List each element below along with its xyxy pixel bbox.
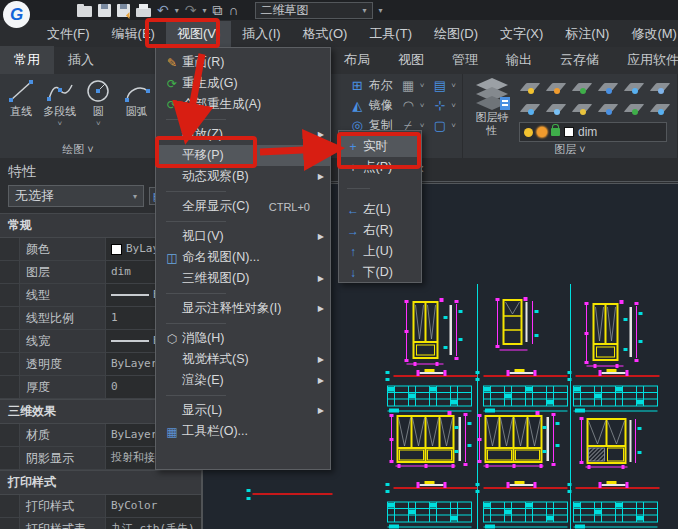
menu-bar-item[interactable]: 修改(M): [620, 21, 678, 47]
menu-bar-item[interactable]: 工具(T): [358, 21, 423, 47]
menu-item[interactable]: 动态观察(B) ▶: [156, 166, 330, 187]
menu-bar-item[interactable]: 格式(O): [292, 21, 359, 47]
menu-item[interactable]: 全屏显示(C) CTRL+0: [156, 196, 330, 217]
new-file-icon[interactable]: [55, 3, 71, 17]
submenu-arrow-icon: ▶: [314, 151, 324, 160]
menu-item[interactable]: 渲染(E) ▶: [156, 370, 330, 391]
menu-item-icon: ⬡: [162, 332, 182, 346]
layer-tool-button[interactable]: [545, 98, 571, 119]
menu-item[interactable]: ⟳ 全部重生成(A): [156, 94, 330, 115]
layer-tool-button[interactable]: [571, 77, 597, 98]
undo-caret-icon[interactable]: ▾: [175, 6, 179, 15]
modify-button[interactable]: ◭ 镜像: [350, 97, 393, 114]
layer-tool-button[interactable]: [519, 77, 545, 98]
save-as-icon[interactable]: [117, 4, 130, 17]
open-file-icon[interactable]: [77, 6, 92, 17]
layer-select[interactable]: dim: [519, 122, 667, 142]
save-icon[interactable]: [98, 4, 111, 17]
layer-tool-button[interactable]: [623, 77, 649, 98]
menu-item[interactable]: [156, 391, 330, 400]
submenu-item-icon: ←: [343, 203, 363, 217]
layer-tool-button[interactable]: [597, 77, 623, 98]
headset-icon[interactable]: ∩: [229, 0, 239, 20]
submenu-item[interactable]: + 实时: [339, 136, 421, 157]
layer-tool-button[interactable]: [597, 98, 623, 119]
layer-tool-button[interactable]: [649, 98, 675, 119]
menu-item[interactable]: [156, 187, 330, 196]
menu-bar-item[interactable]: 绘图(D): [423, 21, 489, 47]
modify-tool-button[interactable]: ▢ ˅: [432, 117, 456, 134]
circle-button[interactable]: 圆 ˅: [81, 78, 116, 128]
arc-button[interactable]: 圆弧: [120, 78, 155, 128]
menu-item[interactable]: [156, 115, 330, 124]
modify-tool-button[interactable]: ▤ ˅: [432, 77, 456, 94]
polyline-button[interactable]: 多段线 ˅: [43, 78, 78, 128]
modify-tool-icon: ▢: [432, 118, 447, 133]
menu-item[interactable]: 缩放(Z) ▶: [156, 124, 330, 145]
menu-item[interactable]: [156, 217, 330, 226]
print-icon[interactable]: [136, 8, 151, 17]
menu-item[interactable]: 显示注释性对象(I) ▶: [156, 298, 330, 319]
app-logo-icon[interactable]: G: [3, 1, 30, 28]
workspace-select[interactable]: 二维草图 ▾: [255, 2, 373, 19]
submenu-item[interactable]: + 点(P): [339, 157, 421, 178]
menu-bar-item[interactable]: 文件(F): [36, 21, 101, 47]
modify-tool-icon: ◠: [401, 98, 416, 113]
modify-button[interactable]: ⊞ 布尔: [350, 77, 393, 94]
ribbon-tab[interactable]: 管理: [438, 46, 492, 74]
redo-caret-icon[interactable]: ▾: [202, 6, 206, 15]
menu-item[interactable]: 平移(P) ▶: [156, 145, 330, 166]
menu-item[interactable]: [156, 319, 330, 328]
qat-customize-icon[interactable]: ▾: [379, 6, 383, 15]
menu-bar-item[interactable]: 视图(V): [166, 21, 231, 47]
selection-select[interactable]: 无选择 ▾: [8, 185, 144, 207]
menu-item[interactable]: [156, 289, 330, 298]
modify-tool-button[interactable]: ◠ ˅: [401, 97, 425, 114]
menu-item[interactable]: ⬡ 消隐(H): [156, 328, 330, 349]
menu-item[interactable]: 三维视图(D) ▶: [156, 268, 330, 289]
ribbon-tab[interactable]: 输出: [492, 46, 546, 74]
ribbon-tab[interactable]: 云存储: [546, 46, 613, 74]
submenu-item[interactable]: ↓ 下(D): [339, 262, 421, 283]
menu-bar-item[interactable]: 文字(X): [489, 21, 554, 47]
modify-tool-button[interactable]: ▦ ˅: [401, 77, 425, 94]
submenu-item[interactable]: → 右(R): [339, 220, 421, 241]
submenu-item[interactable]: [339, 178, 421, 199]
line-button[interactable]: 直线: [4, 78, 39, 128]
submenu-item[interactable]: ← 左(L): [339, 199, 421, 220]
submenu-item[interactable]: ↑ 上(U): [339, 241, 421, 262]
modify-tool-button[interactable]: ⊹ ˅: [432, 97, 456, 114]
layer-stack-icon[interactable]: ⧉: [213, 0, 223, 20]
layer-tool-button[interactable]: [623, 98, 649, 119]
section-header[interactable]: 打印样式: [0, 470, 201, 495]
menu-bar-item[interactable]: 编辑(E): [101, 21, 166, 47]
undo-icon[interactable]: ↶: [157, 0, 169, 20]
workspace-caret-icon: ▾: [363, 6, 367, 15]
layer-tool-button[interactable]: [545, 77, 571, 98]
menu-item[interactable]: ▦ 工具栏(O)...: [156, 421, 330, 442]
menu-item[interactable]: 显示(L) ▶: [156, 400, 330, 421]
modify-tool-icon: ▤: [432, 78, 447, 93]
menu-item[interactable]: ✎ 重画(R): [156, 52, 330, 73]
property-row[interactable]: 打印样式 ByColor: [0, 495, 201, 518]
ribbon-tab[interactable]: 插入: [54, 46, 108, 74]
menu-item[interactable]: 视觉样式(S) ▶: [156, 349, 330, 370]
layer-tool-button[interactable]: [649, 77, 675, 98]
ribbon-tab[interactable]: 常用: [0, 46, 54, 74]
menu-bar-item[interactable]: 插入(I): [231, 21, 291, 47]
layer-panel-label[interactable]: 图层 ˅: [463, 142, 677, 157]
menu-item[interactable]: ⟳ 重生成(G): [156, 73, 330, 94]
draw-panel-label[interactable]: 绘图 ˅: [0, 142, 156, 157]
menu-bar-item[interactable]: 标注(N): [554, 21, 620, 47]
redo-icon[interactable]: ↷: [185, 0, 197, 20]
menu-item[interactable]: ◫ 命名视图(N)...: [156, 247, 330, 268]
layer-tool-button[interactable]: [519, 98, 545, 119]
layer-tool-button[interactable]: [571, 98, 597, 119]
property-row[interactable]: 打印样式表 九江.ctb(丢失): [0, 518, 201, 529]
layer-color-swatch: [564, 127, 574, 137]
menu-item-icon: ⟳: [162, 77, 182, 91]
ribbon-tab[interactable]: 布局: [330, 46, 384, 74]
menu-item[interactable]: 视口(V) ▶: [156, 226, 330, 247]
ribbon-tab[interactable]: 应用软件: [613, 46, 678, 74]
ribbon-tab[interactable]: 视图: [384, 46, 438, 74]
